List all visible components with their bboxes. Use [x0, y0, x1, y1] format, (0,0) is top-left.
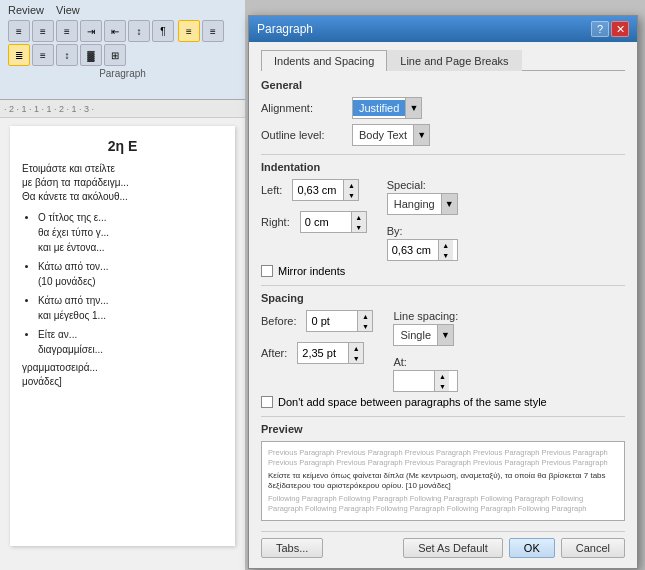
special-dropdown[interactable]: Hanging ▼	[387, 193, 458, 215]
ribbon-icon-border[interactable]: ⊞	[104, 44, 126, 66]
line-spacing-row: Single ▼	[393, 324, 458, 346]
spacing-before-up[interactable]: ▲	[358, 311, 372, 321]
dont-add-space-label: Don't add space between paragraphs of th…	[278, 396, 547, 408]
doc-list: Ο τίτλος της ε...θα έχει τύπο γ...και με…	[38, 210, 223, 357]
indent-left-label: Left:	[261, 184, 282, 196]
ribbon-icon-5[interactable]: ⇤	[104, 20, 126, 42]
tab-line-page-breaks[interactable]: Line and Page Breaks	[387, 50, 521, 71]
ok-button[interactable]: OK	[509, 538, 555, 558]
indent-right-value: 0 cm	[301, 214, 351, 230]
indent-left-down[interactable]: ▼	[344, 190, 358, 200]
set-as-default-button[interactable]: Set As Default	[403, 538, 503, 558]
outline-row: Outline level: Body Text ▼	[261, 124, 625, 146]
dialog-content: Indents and Spacing Line and Page Breaks…	[249, 42, 637, 568]
spacing-after-spinbox[interactable]: 2,35 pt ▲ ▼	[297, 342, 364, 364]
mirror-indents-checkbox[interactable]	[261, 265, 273, 277]
doc-footer: γραμματοσειρά...μονάδες]	[22, 361, 223, 389]
ribbon-icon-6[interactable]: ↕	[128, 20, 150, 42]
by-down[interactable]: ▼	[439, 250, 453, 260]
outline-dropdown[interactable]: Body Text ▼	[352, 124, 430, 146]
indent-right-label: Right:	[261, 216, 290, 228]
alignment-value: Justified	[353, 100, 405, 116]
ruler: · 2 · 1 · 1 · 1 · 2 · 1 · 3 ·	[0, 100, 245, 118]
doc-heading: 2η Ε	[22, 138, 223, 154]
tab-bar: Indents and Spacing Line and Page Breaks	[261, 50, 625, 71]
outline-arrow-icon[interactable]: ▼	[413, 125, 429, 145]
tabs-button[interactable]: Tabs...	[261, 538, 323, 558]
special-row: Hanging ▼	[387, 193, 458, 215]
spacing-before-row: Before: 0 pt ▲ ▼	[261, 310, 373, 332]
indent-left-up[interactable]: ▲	[344, 180, 358, 190]
preview-box: Previous Paragraph Previous Paragraph Pr…	[261, 441, 625, 521]
spacing-after-up[interactable]: ▲	[349, 343, 363, 353]
list-item: Είτε αν...διαγραμμίσει...	[38, 327, 223, 357]
ribbon-icon-align-right[interactable]: ≡	[32, 44, 54, 66]
cancel-button[interactable]: Cancel	[561, 538, 625, 558]
by-up[interactable]: ▲	[439, 240, 453, 250]
spacing-left-col: Before: 0 pt ▲ ▼ After: 2,35 pt ▲	[261, 310, 373, 369]
indent-right-up[interactable]: ▲	[352, 212, 366, 222]
dialog-titlebar: Paragraph ? ✕	[249, 16, 637, 42]
indent-right-spinbox-btns: ▲ ▼	[351, 212, 366, 232]
at-spinbox[interactable]: ▲ ▼	[393, 370, 458, 392]
spacing-before-value: 0 pt	[307, 313, 357, 329]
ribbon-tabs: Review View	[8, 4, 237, 16]
ribbon-icon-3[interactable]: ≡	[56, 20, 78, 42]
help-button[interactable]: ?	[591, 21, 609, 37]
tab-indents-spacing[interactable]: Indents and Spacing	[261, 50, 387, 71]
spacing-before-label: Before:	[261, 315, 296, 327]
alignment-dropdown[interactable]: Justified ▼	[352, 97, 422, 119]
spacing-before-down[interactable]: ▼	[358, 321, 372, 331]
word-background: Review View ≡ ≡ ≡ ⇥ ⇤ ↕ ¶ ≡ ≡ ≣ ≡ ↕ ▓ ⊞ …	[0, 0, 245, 570]
indent-left-spinbox[interactable]: 0,63 cm ▲ ▼	[292, 179, 359, 201]
dont-add-space-row: Don't add space between paragraphs of th…	[261, 396, 625, 408]
indent-right-down[interactable]: ▼	[352, 222, 366, 232]
tab-review[interactable]: Review	[8, 4, 44, 16]
ribbon-icon-1[interactable]: ≡	[8, 20, 30, 42]
ribbon-icon-align-justify[interactable]: ≣	[8, 44, 30, 66]
at-value	[394, 379, 434, 383]
by-spinbox-btns: ▲ ▼	[438, 240, 453, 260]
spacing-after-down[interactable]: ▼	[349, 353, 363, 363]
special-label: Special:	[387, 179, 458, 191]
line-spacing-value: Single	[394, 327, 437, 343]
ribbon-icon-4[interactable]: ⇥	[80, 20, 102, 42]
line-spacing-dropdown[interactable]: Single ▼	[393, 324, 454, 346]
spacing-after-row: After: 2,35 pt ▲ ▼	[261, 342, 373, 364]
by-spinbox[interactable]: 0,63 cm ▲ ▼	[387, 239, 458, 261]
line-spacing-arrow-icon[interactable]: ▼	[437, 325, 453, 345]
alignment-arrow-icon[interactable]: ▼	[405, 98, 421, 118]
close-button[interactable]: ✕	[611, 21, 629, 37]
doc-para1: Ετοιμάστε και στείλτεμε βάση τα παράδειγ…	[22, 162, 223, 204]
indentation-fields: Left: 0,63 cm ▲ ▼ Right: 0 cm ▲	[261, 179, 625, 261]
ribbon-icon-align-center[interactable]: ≡	[202, 20, 224, 42]
dont-add-space-checkbox[interactable]	[261, 396, 273, 408]
outline-label: Outline level:	[261, 129, 346, 141]
indent-right-spinbox[interactable]: 0 cm ▲ ▼	[300, 211, 367, 233]
spacing-before-spinbox[interactable]: 0 pt ▲ ▼	[306, 310, 373, 332]
dialog-title: Paragraph	[257, 22, 313, 36]
alignment-label: Alignment:	[261, 102, 346, 114]
by-group: By: 0,63 cm ▲ ▼	[387, 225, 458, 261]
preview-section-label: Preview	[261, 423, 625, 435]
indent-left-col: Left: 0,63 cm ▲ ▼ Right: 0 cm ▲	[261, 179, 367, 261]
ribbon-icon-align-left[interactable]: ≡	[178, 20, 200, 42]
at-up[interactable]: ▲	[435, 371, 449, 381]
preview-gray-text-2: Following Paragraph Following Paragraph …	[268, 494, 618, 514]
by-label: By:	[387, 225, 458, 237]
at-down[interactable]: ▼	[435, 381, 449, 391]
ribbon-icon-2[interactable]: ≡	[32, 20, 54, 42]
at-group: At: ▲ ▼	[393, 356, 458, 392]
list-item: Κάτω από τον...(10 μονάδες)	[38, 259, 223, 289]
ribbon-icon-spacing[interactable]: ↕	[56, 44, 78, 66]
mirror-indents-row: Mirror indents	[261, 265, 625, 277]
ribbon-icon-7[interactable]: ¶	[152, 20, 174, 42]
tab-view[interactable]: View	[56, 4, 80, 16]
by-value: 0,63 cm	[388, 242, 438, 258]
list-item: Κάτω από την...και μέγεθος 1...	[38, 293, 223, 323]
mirror-indents-label: Mirror indents	[278, 265, 345, 277]
general-section-label: General	[261, 79, 625, 91]
special-arrow-icon[interactable]: ▼	[441, 194, 457, 214]
indentation-section-label: Indentation	[261, 161, 625, 173]
ribbon-icon-shade[interactable]: ▓	[80, 44, 102, 66]
